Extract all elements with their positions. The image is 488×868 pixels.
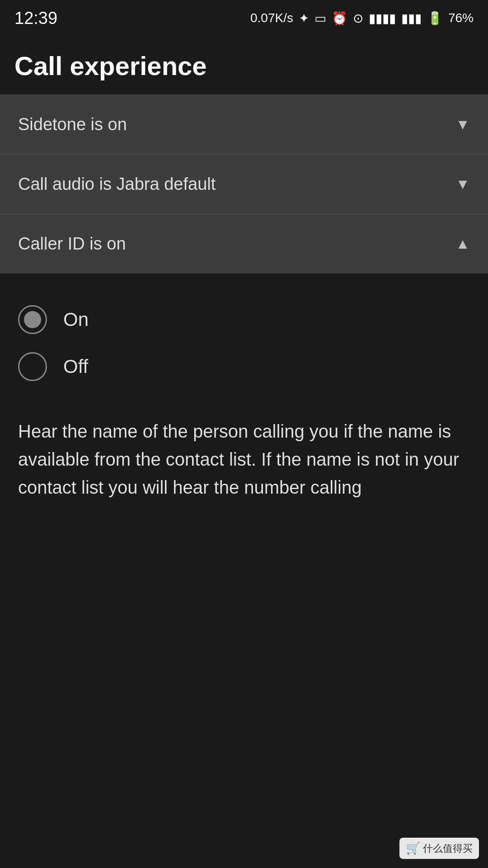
status-bar: 12:39 0.07K/s ✦ ▭ ⏰ ⊙ ▮▮▮▮ ▮▮▮ 🔋 76% [0, 0, 488, 33]
caller-id-label: Caller ID is on [18, 234, 126, 254]
status-time: 12:39 [14, 9, 57, 28]
radio-on-label: On [63, 309, 89, 330]
network-speed: 0.07K/s [250, 11, 293, 25]
watermark-text: 什么值得买 [423, 842, 473, 855]
watermark: 🛒 什么值得买 [399, 838, 479, 859]
wifi-icon: ⊙ [353, 11, 363, 26]
sim-icon: ▭ [314, 11, 326, 26]
radio-option-off[interactable]: Off [18, 343, 470, 390]
sidetone-setting-row[interactable]: Sidetone is on ▼ [0, 95, 488, 155]
caller-id-chevron-up-icon: ▲ [455, 236, 470, 252]
signal1-icon: ▮▮▮▮ [369, 11, 396, 26]
status-icons: 0.07K/s ✦ ▭ ⏰ ⊙ ▮▮▮▮ ▮▮▮ 🔋 76% [250, 11, 474, 26]
sidetone-label: Sidetone is on [18, 115, 127, 134]
page-title: Call experience [14, 51, 474, 81]
page-title-container: Call experience [0, 33, 488, 94]
bluetooth-icon: ✦ [299, 11, 309, 26]
call-audio-label: Call audio is Jabra default [18, 175, 216, 194]
signal2-icon: ▮▮▮ [401, 11, 422, 26]
radio-off-label: Off [63, 356, 88, 377]
description-text: Hear the name of the person calling you … [0, 399, 488, 519]
radio-off-circle[interactable] [18, 352, 47, 381]
call-audio-chevron-down-icon: ▼ [455, 176, 470, 193]
watermark-icon: 🛒 [406, 841, 420, 855]
call-audio-setting-row[interactable]: Call audio is Jabra default ▼ [0, 155, 488, 214]
battery-percent: 76% [448, 11, 474, 25]
caller-id-setting-row[interactable]: Caller ID is on ▲ [0, 214, 488, 274]
battery-icon: 🔋 [427, 11, 443, 26]
radio-on-circle[interactable] [18, 305, 47, 334]
radio-section: On Off [0, 274, 488, 399]
alarm-icon: ⏰ [332, 11, 347, 26]
radio-on-inner [24, 311, 41, 328]
sidetone-chevron-down-icon: ▼ [455, 116, 470, 133]
radio-option-on[interactable]: On [18, 296, 470, 343]
description-paragraph: Hear the name of the person calling you … [18, 417, 470, 501]
settings-container: Sidetone is on ▼ Call audio is Jabra def… [0, 94, 488, 274]
